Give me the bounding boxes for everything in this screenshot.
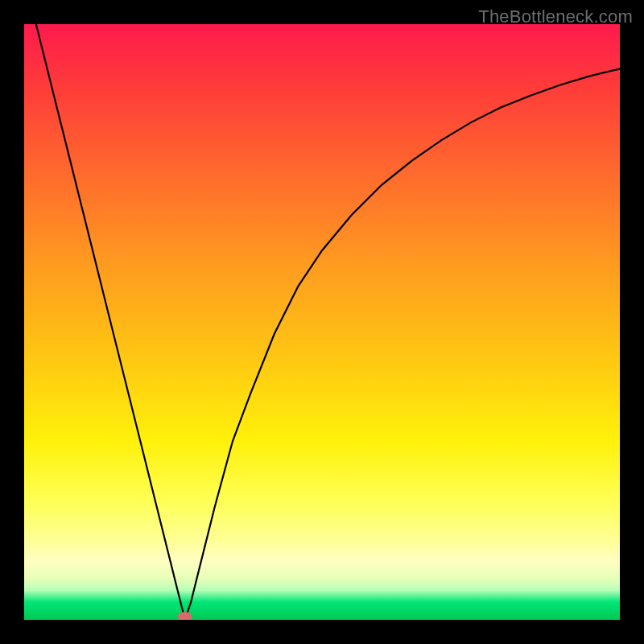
plot-area [24, 24, 620, 620]
bottleneck-curve [36, 24, 620, 620]
chart-frame: TheBottleneck.com [0, 0, 644, 644]
curve-svg [24, 24, 620, 620]
minimum-marker [178, 612, 192, 620]
